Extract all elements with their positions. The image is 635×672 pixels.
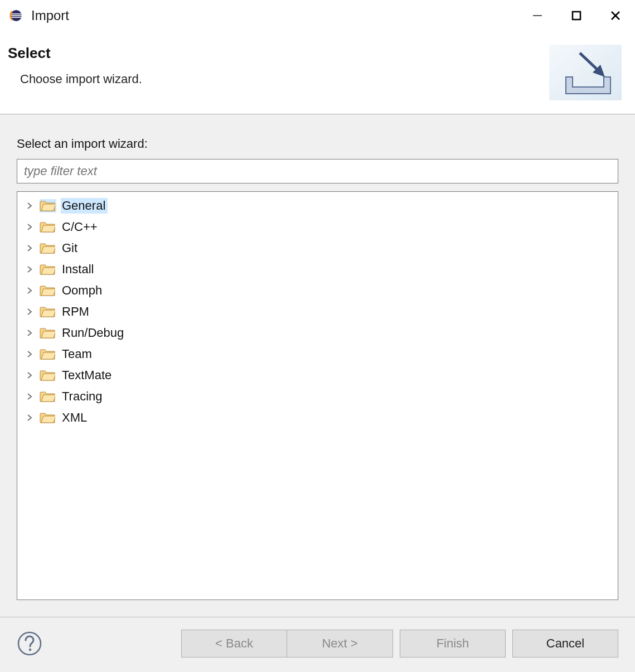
minimize-button[interactable] (518, 0, 557, 31)
tree-item-label: Run/Debug (61, 325, 126, 341)
folder-icon (40, 326, 56, 340)
tree-item-label: TextMate (61, 368, 114, 383)
wizard-heading: Select (8, 45, 142, 62)
chevron-right-icon[interactable] (25, 286, 34, 295)
titlebar: Import (0, 0, 635, 31)
tree-item[interactable]: Tracing (22, 386, 613, 407)
chevron-right-icon[interactable] (25, 350, 34, 359)
chevron-right-icon[interactable] (25, 201, 34, 210)
tree-item[interactable]: General (22, 195, 613, 216)
wizard-subtext: Choose import wizard. (20, 72, 142, 86)
import-icon (549, 45, 622, 100)
chevron-right-icon[interactable] (25, 392, 34, 401)
folder-icon (40, 220, 56, 234)
tree-item-label: XML (61, 410, 89, 426)
tree-item-label: General (61, 198, 108, 214)
next-button[interactable]: Next > (287, 630, 393, 658)
tree-item[interactable]: Run/Debug (22, 322, 613, 344)
svg-rect-3 (11, 17, 22, 18)
folder-icon (40, 263, 56, 276)
svg-rect-2 (11, 15, 22, 16)
tree-item[interactable]: Team (22, 344, 613, 365)
cancel-button[interactable]: Cancel (512, 630, 618, 658)
tree-item[interactable]: Oomph (22, 280, 613, 301)
tree-item[interactable]: Git (22, 238, 613, 259)
close-button[interactable] (596, 0, 635, 31)
tree-item-label: Tracing (61, 389, 105, 404)
folder-icon (40, 347, 56, 361)
svg-rect-1 (11, 13, 22, 14)
content-label: Select an import wizard: (17, 137, 618, 151)
chevron-right-icon[interactable] (25, 265, 34, 274)
tree-item[interactable]: XML (22, 407, 613, 428)
chevron-right-icon[interactable] (25, 413, 34, 422)
help-icon[interactable] (17, 631, 42, 656)
folder-icon (40, 369, 56, 382)
tree-item[interactable]: RPM (22, 301, 613, 322)
chevron-right-icon[interactable] (25, 307, 34, 316)
chevron-right-icon[interactable] (25, 371, 34, 380)
wizard-content: Select an import wizard: General C/C++ G… (0, 114, 635, 617)
eclipse-icon (9, 9, 22, 22)
finish-button[interactable]: Finish (400, 630, 506, 658)
maximize-button[interactable] (557, 0, 596, 31)
svg-rect-5 (573, 12, 580, 20)
chevron-right-icon[interactable] (25, 244, 34, 253)
tree-item[interactable]: TextMate (22, 365, 613, 386)
filter-input[interactable] (17, 159, 618, 183)
folder-icon (40, 284, 56, 297)
tree-item-label: RPM (61, 304, 91, 320)
window-title: Import (31, 8, 518, 23)
folder-icon (40, 241, 56, 255)
back-button[interactable]: < Back (181, 630, 287, 658)
tree-item-label: Team (61, 346, 94, 362)
chevron-right-icon[interactable] (25, 223, 34, 231)
wizard-footer: < Back Next > Finish Cancel (0, 617, 635, 672)
folder-icon (40, 305, 56, 318)
folder-icon (40, 390, 56, 403)
wizard-tree[interactable]: General C/C++ Git Install Oomph RPM Run/… (17, 191, 618, 600)
tree-item-label: Git (61, 240, 80, 256)
chevron-right-icon[interactable] (25, 328, 34, 337)
tree-item[interactable]: Install (22, 259, 613, 280)
svg-point-12 (29, 649, 31, 651)
tree-item-label: Oomph (61, 283, 104, 298)
wizard-banner: Select Choose import wizard. (0, 31, 635, 114)
folder-icon (40, 411, 56, 424)
tree-item-label: C/C++ (61, 219, 100, 235)
tree-item-label: Install (61, 262, 96, 277)
tree-item[interactable]: C/C++ (22, 216, 613, 238)
folder-icon (40, 199, 56, 212)
window-controls (518, 0, 635, 31)
